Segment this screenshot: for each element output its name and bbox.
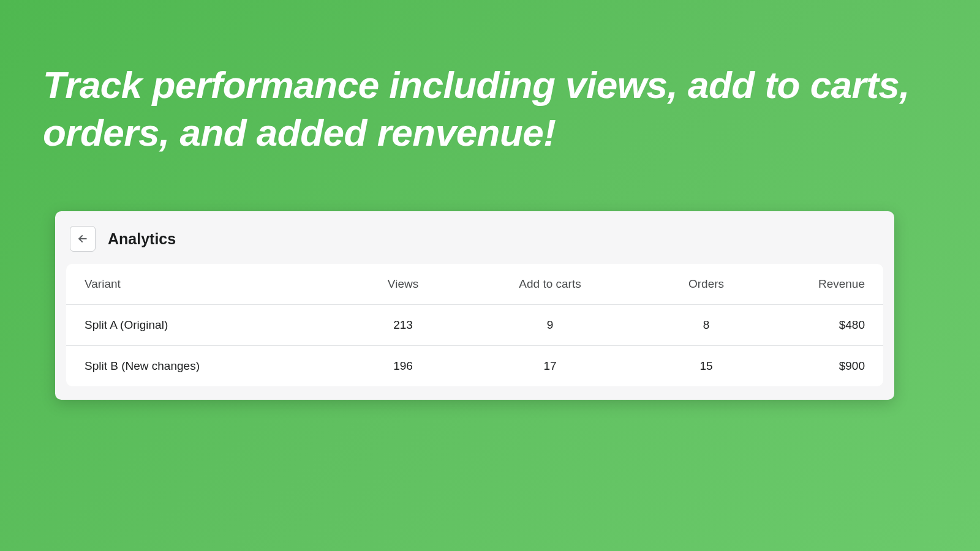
header-add-to-carts: Add to carts: [458, 277, 642, 291]
cell-variant: Split B (New changes): [85, 359, 348, 373]
cell-views: 213: [348, 318, 458, 332]
table-row: Split B (New changes) 196 17 15 $900: [66, 346, 883, 386]
table-row: Split A (Original) 213 9 8 $480: [66, 305, 883, 346]
header-revenue: Revenue: [771, 277, 865, 291]
cell-add-to-carts: 9: [458, 318, 642, 332]
cell-orders: 15: [642, 359, 771, 373]
cell-variant: Split A (Original): [85, 318, 348, 332]
cell-revenue: $480: [771, 318, 865, 332]
cell-add-to-carts: 17: [458, 359, 642, 373]
arrow-left-icon: [77, 233, 89, 245]
header-views: Views: [348, 277, 458, 291]
panel-header: Analytics: [66, 222, 883, 264]
panel-title: Analytics: [108, 230, 176, 248]
page-headline: Track performance including views, add t…: [43, 61, 937, 156]
cell-views: 196: [348, 359, 458, 373]
back-button[interactable]: [70, 226, 96, 252]
cell-orders: 8: [642, 318, 771, 332]
header-variant: Variant: [85, 277, 348, 291]
header-orders: Orders: [642, 277, 771, 291]
table-header-row: Variant Views Add to carts Orders Revenu…: [66, 264, 883, 305]
cell-revenue: $900: [771, 359, 865, 373]
analytics-table: Variant Views Add to carts Orders Revenu…: [66, 264, 883, 386]
analytics-panel: Analytics Variant Views Add to carts Ord…: [55, 211, 894, 400]
